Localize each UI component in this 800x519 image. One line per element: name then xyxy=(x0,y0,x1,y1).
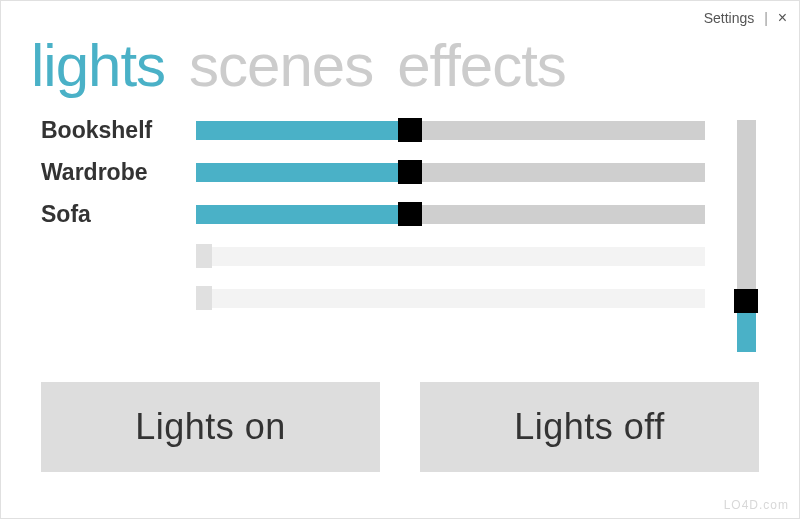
slider-thumb[interactable] xyxy=(398,202,422,226)
brightness-slider-disabled xyxy=(196,247,705,266)
light-label: Sofa xyxy=(41,201,196,228)
light-row: Bookshelf xyxy=(41,118,715,142)
slider-fill xyxy=(196,205,410,224)
light-row: Sofa xyxy=(41,202,715,226)
slider-thumb[interactable] xyxy=(398,160,422,184)
brightness-slider[interactable] xyxy=(196,121,705,140)
light-label: Wardrobe xyxy=(41,159,196,186)
topbar-divider: | xyxy=(764,10,768,26)
button-row: Lights on Lights off xyxy=(1,352,799,472)
tab-scenes[interactable]: scenes xyxy=(189,31,373,100)
slider-thumb xyxy=(196,286,212,310)
brightness-slider[interactable] xyxy=(196,205,705,224)
light-row: Wardrobe xyxy=(41,160,715,184)
tab-bar: lights scenes effects xyxy=(1,1,799,100)
sliders-area: Bookshelf Wardrobe Sofa xyxy=(41,118,715,352)
lights-off-button[interactable]: Lights off xyxy=(420,382,759,472)
window-top-bar: Settings | × xyxy=(704,9,787,27)
slider-thumb[interactable] xyxy=(398,118,422,142)
tab-lights[interactable]: lights xyxy=(31,31,165,100)
slider-thumb xyxy=(196,244,212,268)
light-row-empty xyxy=(41,286,715,310)
close-icon[interactable]: × xyxy=(778,9,787,26)
master-slider-area xyxy=(733,118,759,352)
brightness-slider[interactable] xyxy=(196,163,705,182)
light-label: Bookshelf xyxy=(41,117,196,144)
light-row-empty xyxy=(41,244,715,268)
brightness-slider-disabled xyxy=(196,289,705,308)
slider-fill xyxy=(196,121,410,140)
main-content: Bookshelf Wardrobe Sofa xyxy=(1,100,799,352)
tab-effects[interactable]: effects xyxy=(397,31,566,100)
settings-link[interactable]: Settings xyxy=(704,10,755,26)
master-slider-thumb[interactable] xyxy=(734,289,758,313)
master-slider[interactable] xyxy=(737,120,756,352)
lights-on-button[interactable]: Lights on xyxy=(41,382,380,472)
slider-fill xyxy=(196,163,410,182)
watermark: LO4D.com xyxy=(724,498,789,512)
